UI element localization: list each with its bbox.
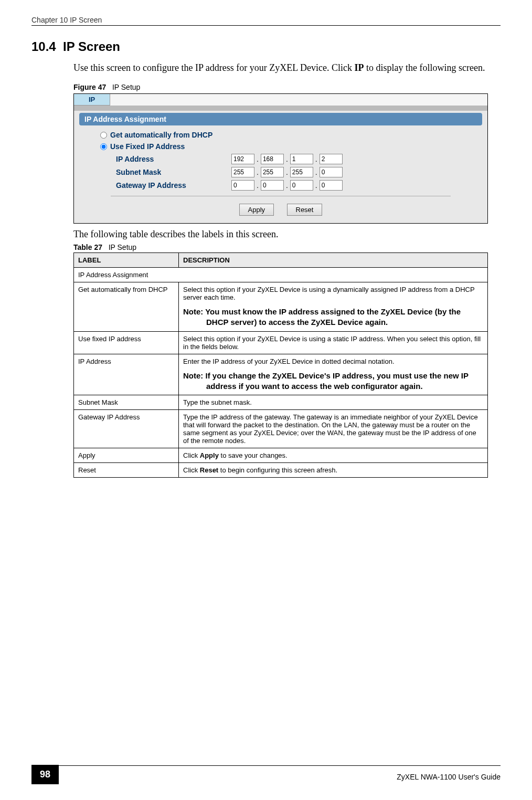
td-desc-text: Enter the IP address of your ZyXEL Devic…	[183, 357, 395, 365]
divider	[111, 196, 451, 196]
panel-title-ip-assignment: IP Address Assignment	[79, 113, 482, 125]
table-caption-title: IP Setup	[109, 243, 136, 251]
td-description: Type the IP address of the gateway. The …	[179, 410, 488, 448]
radio-row-dhcp[interactable]: Get automatically from DHCP	[100, 131, 482, 139]
intro-text-1: Use this screen to configure the IP addr…	[73, 62, 355, 73]
radio-fixed[interactable]	[100, 143, 107, 150]
subnet-octet-1[interactable]	[231, 167, 254, 177]
table-row: IP Address Enter the IP address of your …	[74, 354, 488, 395]
table-row: Get automatically from DHCP Select this …	[74, 282, 488, 332]
subnet-octet-2[interactable]	[261, 167, 284, 177]
ip-setup-table: LABEL DESCRIPTION IP Address Assignment …	[73, 252, 488, 478]
gateway-octet-2[interactable]	[261, 180, 284, 191]
figure-caption: Figure 47 IP Setup	[31, 83, 501, 91]
td-description: Type the subnet mask.	[179, 395, 488, 410]
tab-ip[interactable]: IP	[74, 94, 110, 106]
td-label: IP Address	[74, 354, 179, 395]
td-description: Click Apply to save your changes.	[179, 448, 488, 463]
reset-button[interactable]: Reset	[287, 204, 323, 216]
dot-icon: .	[315, 155, 317, 163]
footer-guide-name: ZyXEL NWA-1100 User's Guide	[397, 773, 501, 781]
td-description: Select this option if your ZyXEL Device …	[179, 282, 488, 332]
td-desc-post: to save your changes.	[219, 451, 288, 459]
radio-fixed-label: Use Fixed IP Address	[110, 142, 185, 151]
gateway-octet-1[interactable]	[231, 180, 254, 191]
ip-octet-4[interactable]	[320, 154, 343, 164]
section-title: IP Screen	[63, 39, 120, 54]
table-caption-label: Table 27	[73, 243, 102, 251]
section-heading: 10.4 IP Screen	[31, 39, 501, 54]
intro-bold-ip: IP	[355, 62, 364, 73]
dot-icon: .	[286, 155, 288, 163]
table-row: Use fixed IP address Select this option …	[74, 331, 488, 354]
label-subnet-mask: Subnet Mask	[116, 168, 231, 176]
subnet-octet-3[interactable]	[290, 167, 313, 177]
ip-setup-screenshot: IP IP Address Assignment Get automatical…	[73, 93, 488, 224]
td-bold: Reset	[200, 466, 218, 474]
page-footer: 98 ZyXEL NWA-1100 User's Guide	[31, 765, 501, 784]
dot-icon: .	[315, 181, 317, 190]
table-row: Reset Click Reset to begin configuring t…	[74, 463, 488, 478]
table-caption: Table 27 IP Setup	[31, 243, 501, 251]
section-number: 10.4	[31, 39, 56, 54]
td-note: Note: You must know the IP address assig…	[183, 307, 483, 328]
radio-dhcp-label: Get automatically from DHCP	[110, 131, 212, 139]
dot-icon: .	[315, 168, 317, 176]
radio-dhcp[interactable]	[100, 132, 107, 139]
td-label: Get automatically from DHCP	[74, 282, 179, 332]
label-ip-address: IP Address	[116, 155, 231, 163]
dot-icon: .	[286, 181, 288, 190]
radio-row-fixed[interactable]: Use Fixed IP Address	[100, 142, 482, 151]
dot-icon: .	[286, 168, 288, 176]
intro-text-2: to display the following screen.	[364, 62, 485, 73]
td-label: Reset	[74, 463, 179, 478]
row-subnet-mask: Subnet Mask . . .	[116, 167, 482, 177]
table-row: Gateway IP Address Type the IP address o…	[74, 410, 488, 448]
td-label: Apply	[74, 448, 179, 463]
th-description: DESCRIPTION	[179, 253, 488, 268]
subnet-octet-4[interactable]	[320, 167, 343, 177]
table-row: Subnet Mask Type the subnet mask.	[74, 395, 488, 410]
page-header: Chapter 10 IP Screen	[31, 16, 501, 26]
th-label: LABEL	[74, 253, 179, 268]
td-description: Click Reset to begin configuring this sc…	[179, 463, 488, 478]
td-bold: Apply	[200, 451, 219, 459]
intro-paragraph: Use this screen to configure the IP addr…	[31, 61, 501, 75]
td-desc-pre: Click	[183, 466, 200, 474]
dot-icon: .	[257, 168, 259, 176]
gateway-octet-3[interactable]	[290, 180, 313, 191]
ip-octet-1[interactable]	[231, 154, 254, 164]
td-label: IP Address Assignment	[74, 268, 488, 282]
td-label: Use fixed IP address	[74, 331, 179, 354]
td-desc-post: to begin configuring this screen afresh.	[218, 466, 337, 474]
row-ip-address: IP Address . . .	[116, 154, 482, 164]
tab-bar	[74, 106, 487, 111]
td-note: Note: If you change the ZyXEL Device's I…	[183, 371, 483, 392]
row-gateway: Gateway IP Address . . .	[116, 180, 482, 191]
td-desc-text: Select this option if your ZyXEL Device …	[183, 286, 474, 301]
td-description: Enter the IP address of your ZyXEL Devic…	[179, 354, 488, 395]
ip-octet-2[interactable]	[261, 154, 284, 164]
ip-octet-3[interactable]	[290, 154, 313, 164]
dot-icon: .	[257, 155, 259, 163]
td-label: Subnet Mask	[74, 395, 179, 410]
label-gateway: Gateway IP Address	[116, 181, 231, 190]
gateway-octet-4[interactable]	[320, 180, 343, 191]
td-description: Select this option if your ZyXEL Device …	[179, 331, 488, 354]
table-intro-text: The following table describes the labels…	[31, 229, 501, 240]
td-label: Gateway IP Address	[74, 410, 179, 448]
figure-title: IP Setup	[112, 83, 140, 91]
page-number: 98	[31, 765, 59, 784]
table-row: IP Address Assignment	[74, 268, 488, 282]
figure-label: Figure 47	[73, 83, 106, 91]
table-row: Apply Click Apply to save your changes.	[74, 448, 488, 463]
td-desc-pre: Click	[183, 451, 200, 459]
apply-button[interactable]: Apply	[239, 204, 274, 216]
dot-icon: .	[257, 181, 259, 190]
